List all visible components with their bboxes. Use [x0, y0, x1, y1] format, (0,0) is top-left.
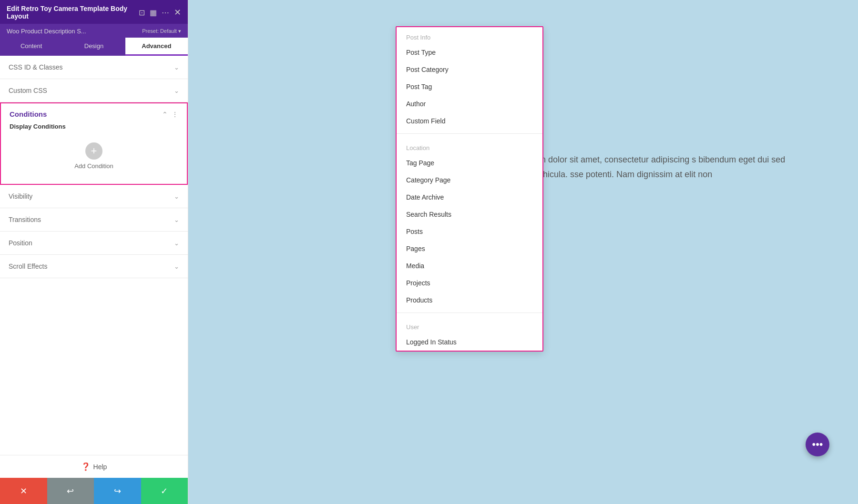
conditions-section: Conditions ⌃ ⋮ Display Conditions + Add …: [0, 102, 188, 185]
conditions-icons: ⌃ ⋮: [162, 111, 178, 118]
media-item[interactable]: Media: [397, 257, 542, 274]
chevron-down-icon-5: ⌄: [174, 240, 179, 247]
tabs-row: Content Design Advanced: [0, 38, 188, 56]
redo-icon: ↪: [114, 486, 121, 496]
post-category-item[interactable]: Post Category: [397, 61, 542, 78]
fab-button[interactable]: •••: [806, 433, 829, 456]
category-page-item[interactable]: Category Page: [397, 171, 542, 189]
section-custom-css[interactable]: Custom CSS ⌄: [0, 79, 188, 102]
section-custom-css-label: Custom CSS: [9, 87, 47, 94]
chevron-up-icon[interactable]: ⌃: [162, 111, 168, 118]
help-text: Help: [93, 463, 107, 471]
sidebar-body: CSS ID & Classes ⌄ Custom CSS ⌄ Conditio…: [0, 56, 188, 455]
sidebar-subheader: Woo Product Description S... Preset: Def…: [0, 24, 188, 38]
chevron-down-icon-4: ⌄: [174, 216, 179, 223]
undo-button[interactable]: ↩: [47, 478, 94, 504]
sidebar-subtitle: Woo Product Description S...: [7, 28, 138, 35]
date-archive-item[interactable]: Date Archive: [397, 189, 542, 206]
save-icon: ✓: [161, 486, 168, 496]
tab-design[interactable]: Design: [62, 38, 125, 56]
pages-item[interactable]: Pages: [397, 240, 542, 257]
fab-icon: •••: [812, 438, 823, 451]
user-header: User: [397, 317, 542, 333]
canvas-text: um dolor sit amet, consectetur adipiscin…: [534, 152, 820, 181]
tag-page-item[interactable]: Tag Page: [397, 154, 542, 171]
author-item[interactable]: Author: [397, 95, 542, 112]
section-scroll-effects[interactable]: Scroll Effects ⌄: [0, 255, 188, 278]
display-conditions-label: Display Conditions: [10, 123, 178, 130]
sidebar: Edit Retro Toy Camera Template Body Layo…: [0, 0, 188, 504]
chevron-down-icon: ⌄: [174, 64, 179, 71]
projects-item[interactable]: Projects: [397, 274, 542, 292]
divider-1: [397, 133, 542, 134]
custom-field-item[interactable]: Custom Field: [397, 112, 542, 130]
chevron-down-icon-3: ⌄: [174, 193, 179, 200]
search-results-item[interactable]: Search Results: [397, 206, 542, 223]
transitions-label: Transitions: [9, 216, 41, 223]
section-visibility[interactable]: Visibility ⌄: [0, 185, 188, 208]
divider-2: [397, 312, 542, 313]
products-item[interactable]: Products: [397, 292, 542, 309]
responsive-icon[interactable]: ⊡: [139, 8, 145, 17]
chevron-down-icon-6: ⌄: [174, 263, 179, 270]
discard-button[interactable]: ✕: [0, 478, 47, 504]
tab-content[interactable]: Content: [0, 38, 62, 56]
post-info-header: Post Info: [397, 27, 542, 44]
add-condition-button[interactable]: + Add Condition: [10, 138, 178, 174]
conditions-more-icon[interactable]: ⋮: [172, 111, 178, 118]
logged-in-status-item[interactable]: Logged In Status: [397, 333, 542, 351]
help-row[interactable]: ❓ Help: [0, 455, 188, 478]
section-position[interactable]: Position ⌄: [0, 232, 188, 255]
close-icon[interactable]: ✕: [174, 7, 181, 18]
conditions-dropdown: Post Info Post Type Post Category Post T…: [396, 26, 543, 352]
scroll-effects-label: Scroll Effects: [9, 262, 47, 270]
sidebar-header: Edit Retro Toy Camera Template Body Layo…: [0, 0, 188, 24]
close-toolbar-icon: ✕: [20, 486, 27, 496]
section-css-id[interactable]: CSS ID & Classes ⌄: [0, 56, 188, 79]
visibility-label: Visibility: [9, 192, 32, 200]
tab-advanced[interactable]: Advanced: [125, 38, 188, 56]
post-type-item[interactable]: Post Type: [397, 44, 542, 61]
add-condition-text: Add Condition: [74, 162, 113, 170]
layout-icon[interactable]: ▦: [150, 8, 157, 17]
section-css-label: CSS ID & Classes: [9, 63, 63, 71]
chevron-down-icon-2: ⌄: [174, 87, 179, 94]
save-button[interactable]: ✓: [141, 478, 188, 504]
canvas: Post Info Post Type Post Category Post T…: [188, 0, 858, 504]
conditions-title: Conditions: [10, 110, 47, 118]
position-label: Position: [9, 239, 32, 247]
more-icon[interactable]: ⋯: [162, 8, 169, 17]
bottom-toolbar: ✕ ↩ ↪ ✓: [0, 478, 188, 504]
section-transitions[interactable]: Transitions ⌄: [0, 208, 188, 232]
undo-icon: ↩: [67, 486, 74, 496]
redo-button[interactable]: ↪: [94, 478, 141, 504]
add-circle-icon: +: [85, 142, 102, 160]
header-icons: ⊡ ▦ ⋯ ✕: [139, 7, 181, 18]
posts-item[interactable]: Posts: [397, 223, 542, 240]
post-tag-item[interactable]: Post Tag: [397, 78, 542, 95]
window-title: Edit Retro Toy Camera Template Body Layo…: [7, 5, 139, 20]
help-icon: ❓: [81, 462, 91, 471]
preset-label[interactable]: Preset: Default ▾: [142, 28, 181, 34]
location-header: Location: [397, 138, 542, 154]
conditions-header: Conditions ⌃ ⋮: [10, 110, 178, 118]
sidebar-footer: ❓ Help: [0, 455, 188, 478]
